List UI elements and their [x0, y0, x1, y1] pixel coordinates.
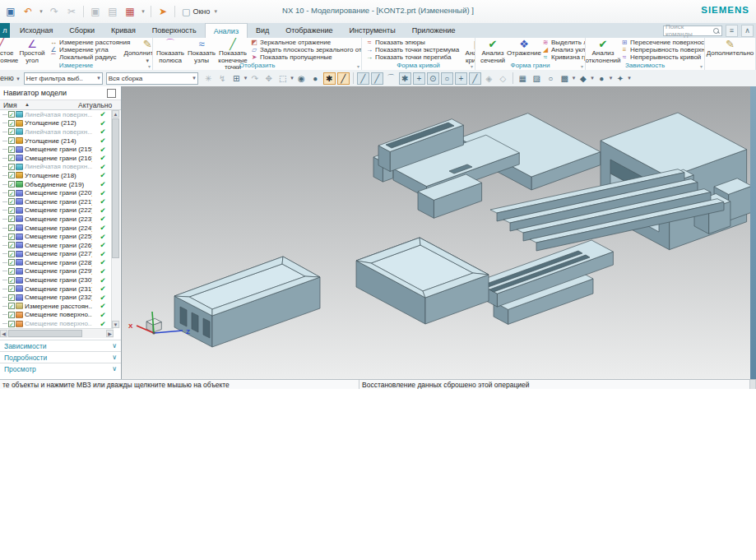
snap-line2-icon[interactable]: ╱ [371, 72, 383, 85]
feature-label[interactable]: Смещение грани (227) [25, 250, 92, 257]
feature-label[interactable]: Смещение грани (215) [25, 146, 92, 153]
view-style-icon-dropdown[interactable]: ▾ [591, 75, 594, 81]
shaded-sphere-icon[interactable]: ● [309, 72, 322, 85]
dialog-launcher-icon[interactable]: ▾ [148, 63, 151, 69]
ribbon-button-Пересечение поверхностей[interactable]: ⊞Пересечение поверхностей [620, 39, 705, 46]
ribbon-button-Дополнительно[interactable]: ✎Дополнительно▾ [132, 39, 153, 64]
ribbon-button-Показать узлы[interactable]: ≈Показать узлы [186, 39, 217, 64]
feature-label[interactable]: Линейчатая поверхн... [25, 111, 92, 118]
tree-row[interactable]: ✓Измерение расстоян...✔ [0, 302, 114, 311]
feature-label[interactable]: Линейчатая поверхн... [25, 128, 92, 136]
tab-Поверхность[interactable]: Поверхность [144, 23, 205, 38]
tree-row[interactable]: ✓Смещение грани (228)✔ [0, 258, 114, 267]
visibility-checkbox[interactable]: ✓ [8, 120, 15, 127]
snap-grid-icon[interactable]: ◇ [497, 72, 509, 85]
selection-filter-dropdown[interactable]: Нет фильтра выб..▾ [24, 72, 103, 85]
eye-icon[interactable]: ◉ [295, 72, 308, 85]
feature-label[interactable]: Смещение грани (228) [25, 259, 92, 266]
ribbon-button-Непрерывность поверхности[interactable]: ≡Непрерывность поверхности [620, 46, 705, 53]
ribbon-button-Отражение[interactable]: ❖Отражение [508, 39, 540, 58]
view-shade-icon-dropdown[interactable]: ▾ [573, 75, 576, 81]
dialog-launcher-icon[interactable]: ▾ [581, 63, 583, 69]
visibility-checkbox[interactable]: ✓ [8, 242, 15, 248]
vscroll-thumb[interactable] [112, 118, 119, 258]
tree-row[interactable]: ✓Смещение поверхно...✔ [0, 319, 114, 328]
visibility-checkbox[interactable]: ✓ [8, 111, 15, 118]
sort-ascending-icon[interactable]: ▲ [25, 102, 30, 107]
visibility-checkbox[interactable]: ✓ [8, 137, 15, 144]
feature-label[interactable]: Утолщение (212) [25, 119, 92, 127]
tree-row[interactable]: ✓Объединение (219)✔ [0, 180, 114, 189]
ribbon-button-Зеркальное отражение[interactable]: ◩Зеркальное отражение [250, 39, 362, 46]
tree-row[interactable]: ✓Утолщение (214)✔ [0, 137, 114, 146]
ribbon-options-icon[interactable]: ≡ [726, 25, 738, 37]
visibility-checkbox[interactable]: ✓ [8, 207, 15, 214]
dropdown[interactable]: ▾ [244, 75, 248, 81]
undo-icon-dropdown[interactable]: ▾ [38, 8, 44, 15]
feature-label[interactable]: Смещение грани (229) [25, 267, 92, 275]
visibility-checkbox[interactable]: ✓ [8, 234, 15, 240]
tree-row[interactable]: ✓Смещение грани (222)✔ [0, 206, 114, 215]
feature-label[interactable]: Смещение грани (223) [25, 215, 92, 223]
dropdown[interactable]: ▾ [290, 75, 294, 81]
copy-icon[interactable]: ▣ [88, 4, 103, 19]
feature-label[interactable]: Измерение расстоян... [25, 303, 92, 310]
add-selection-icon[interactable]: ⊞ [230, 72, 243, 85]
deselect-icon[interactable]: ↷ [248, 72, 261, 85]
tab-Сборки[interactable]: Сборки [61, 23, 103, 38]
view-window2-icon[interactable]: ▨ [531, 72, 543, 85]
ribbon-button-Показать пропущенные[interactable]: ➤Показать пропущенные [250, 53, 362, 61]
tree-row[interactable]: ✓Смещение грани (231)✔ [0, 285, 114, 294]
undo-icon[interactable]: ↶ [21, 4, 35, 19]
tree-row[interactable]: ✓Смещение грани (226)✔ [0, 241, 114, 250]
grab-icon[interactable]: ✥ [262, 72, 275, 85]
right-docked-panel-strip[interactable] [750, 86, 756, 379]
visibility-checkbox[interactable]: ✓ [8, 259, 15, 266]
visibility-checkbox[interactable]: ✓ [8, 277, 15, 284]
column-uptodate[interactable]: Актуально [78, 101, 112, 109]
visibility-checkbox[interactable]: ✓ [8, 198, 15, 205]
ribbon-button-Локальный радиус[interactable]: ⌒Локальный радиус [49, 53, 130, 61]
dialog-launcher-icon[interactable]: ▾ [357, 63, 359, 69]
tree-row[interactable]: ✓Утолщение (218)✔ [0, 171, 114, 180]
tab-Приложение[interactable]: Приложение [404, 23, 464, 38]
column-name[interactable]: Имя [3, 101, 17, 109]
ribbon-button-Кривизна грани[interactable]: ≈Кривизна грани [541, 53, 586, 61]
cut-icon[interactable]: ✂ [64, 4, 79, 19]
ribbon-button-Анализ уклонов[interactable]: ◢Анализ уклонов [541, 46, 586, 53]
ribbon-button-Измерение угла[interactable]: ∠Измерение угла [49, 46, 130, 53]
view-layout-icon-dropdown[interactable]: ▾ [140, 8, 146, 15]
visibility-checkbox[interactable]: ✓ [8, 321, 15, 327]
tree-row[interactable]: ✓Смещение грани (229)✔ [0, 267, 114, 276]
window-menu-button[interactable]: ▢Окно▾ [179, 7, 221, 17]
selection-scope-dropdown[interactable]: Вся сборка▾ [106, 72, 198, 85]
menu-button[interactable]: еню ▾ [0, 74, 24, 82]
feature-label[interactable]: Смещение грани (220) [25, 189, 92, 197]
tree-row[interactable]: ✓Смещение грани (232)✔ [0, 293, 114, 302]
feature-label[interactable]: Смещение поверхно... [25, 320, 92, 327]
tree-row[interactable]: ✓Линейчатая поверхн...✔ [0, 110, 114, 119]
feature-label[interactable]: Объединение (219) [25, 181, 92, 188]
ribbon-button-Простое расстояние[interactable]: ╱Простое расстояние [0, 39, 16, 64]
ribbon-button-Анализ отклонений[interactable]: ✔Анализ отклонений [587, 39, 619, 64]
feature-label[interactable]: Смещение поверхно... [25, 311, 92, 318]
tree-row[interactable]: ✓Смещение грани (225)✔ [0, 232, 114, 241]
visibility-checkbox[interactable]: ✓ [8, 312, 15, 318]
feature-label[interactable]: Смещение грани (222) [25, 206, 92, 214]
status-resize-handle[interactable] [750, 380, 756, 389]
snap-intersect-icon[interactable]: + [455, 72, 467, 85]
visibility-checkbox[interactable]: ✓ [8, 251, 15, 257]
visibility-checkbox[interactable]: ✓ [8, 128, 15, 135]
rect-select-icon[interactable]: ⬚ [276, 72, 289, 85]
tree-row[interactable]: ✓Утолщение (212)✔ [0, 119, 114, 128]
feature-label[interactable]: Смещение грани (221) [25, 198, 92, 206]
tree-row[interactable]: ✓Линейчатая поверхн...✔ [0, 163, 114, 172]
visibility-checkbox[interactable]: ✓ [8, 303, 15, 309]
tree-row[interactable]: ✓Смещение грани (230)✔ [0, 275, 114, 285]
tree-row[interactable]: ✓Смещение грани (224)✔ [0, 224, 114, 233]
visibility-checkbox[interactable]: ✓ [8, 215, 15, 222]
snap-circle-icon[interactable]: ○ [441, 72, 453, 85]
scroll-down-icon[interactable]: ▼ [112, 321, 119, 328]
view-render-icon-dropdown[interactable]: ▾ [610, 75, 613, 81]
visibility-checkbox[interactable]: ✓ [8, 164, 15, 170]
